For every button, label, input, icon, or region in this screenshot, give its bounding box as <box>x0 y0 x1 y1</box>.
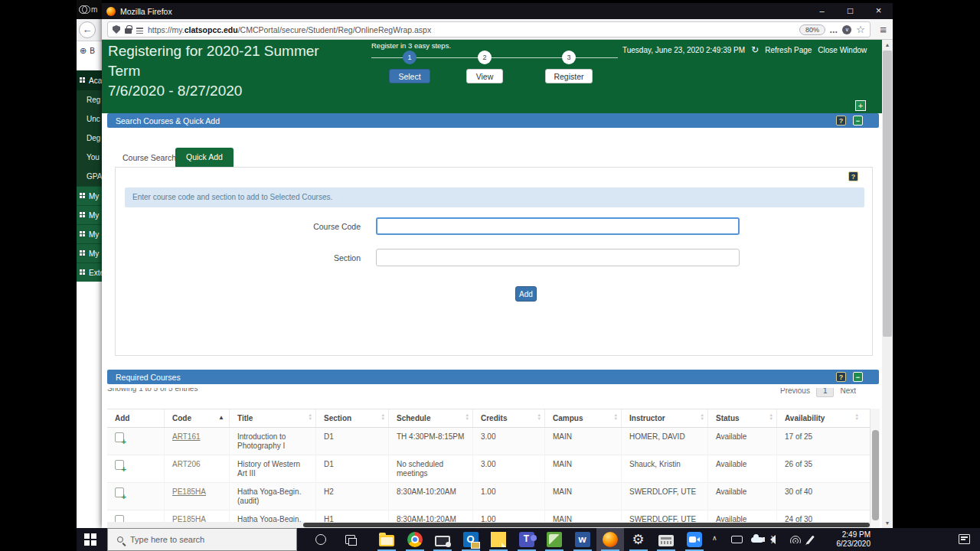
column-header-add[interactable]: Add <box>107 409 165 427</box>
course-code-input[interactable] <box>376 217 740 235</box>
step-button-select[interactable]: Select <box>389 69 430 83</box>
cell-credits: 3.00 <box>473 455 545 482</box>
taskbar-app-teams[interactable] <box>513 528 541 551</box>
start-button-icon[interactable] <box>84 533 96 546</box>
sidebar-item-my[interactable]: My <box>77 186 102 205</box>
column-header-schedule[interactable]: Schedule▲▼ <box>389 409 473 427</box>
close-window-link[interactable]: Close Window <box>818 46 867 54</box>
sort-down-icon: ▼ <box>769 417 773 421</box>
expand-panel-icon[interactable] <box>855 100 866 111</box>
sidebar-item-reg[interactable]: Reg <box>77 90 102 109</box>
search-panel-header[interactable]: Search Courses & Quick Add ? − <box>107 113 879 128</box>
permissions-icon[interactable] <box>136 28 143 34</box>
chrome-icon <box>407 532 423 547</box>
column-header-campus[interactable]: Campus▲▼ <box>545 409 622 427</box>
close-icon[interactable] <box>864 3 893 19</box>
minimize-icon[interactable] <box>808 3 836 19</box>
taskbar-app-quick-assist[interactable] <box>429 528 456 551</box>
page-actions-icon[interactable] <box>830 23 838 37</box>
taskbar-clock[interactable]: 2:49 PM 6/23/2020 <box>823 530 871 549</box>
column-header-credits[interactable]: Credits▲▼ <box>473 409 545 427</box>
sort-icons: ▲▼ <box>701 413 704 421</box>
background-browser-tab[interactable]: m <box>77 0 102 19</box>
cell-code: ART161 <box>165 428 230 455</box>
sidebar-item-my[interactable]: My <box>77 224 102 243</box>
collapse-icon[interactable]: − <box>853 116 863 126</box>
cell-availability: 30 of 40 <box>777 483 862 510</box>
add-course-icon[interactable] <box>115 432 124 442</box>
sidebar-item-unc[interactable]: Unc <box>77 109 102 129</box>
column-header-availability[interactable]: Availability▲▼ <box>777 409 862 427</box>
column-header-code[interactable]: Code▲ <box>165 409 230 427</box>
taskbar-app-chrome[interactable] <box>401 528 429 551</box>
column-header-instructor[interactable]: Instructor▲▼ <box>622 409 708 427</box>
page-scrollbar[interactable] <box>882 40 893 528</box>
maximize-icon[interactable] <box>836 3 864 19</box>
scroll-up-icon[interactable] <box>882 40 893 50</box>
step-button-view[interactable]: View <box>466 69 503 83</box>
sidebar-item-you[interactable]: You <box>77 148 102 167</box>
section-input[interactable] <box>376 249 740 266</box>
sidebar-item-aca[interactable]: Aca <box>77 70 102 90</box>
menu-icon[interactable] <box>880 21 887 37</box>
table-horizontal-scrollbar[interactable] <box>107 522 870 528</box>
sidebar-item-gpa[interactable]: GPA <box>77 167 102 186</box>
help-icon[interactable]: ? <box>848 171 858 181</box>
taskbar-app-word[interactable] <box>569 528 596 551</box>
back-button[interactable] <box>79 21 96 38</box>
step-button-register[interactable]: Register <box>545 69 593 83</box>
tab-quick-add[interactable]: Quick Add <box>175 148 234 167</box>
zoom-indicator[interactable]: 80% <box>799 24 825 35</box>
sidebar-item-deg[interactable]: Deg <box>77 129 102 148</box>
column-header-title[interactable]: Title▲▼ <box>230 409 316 427</box>
pagination-previous[interactable]: Previous <box>780 388 810 395</box>
onedrive-icon[interactable] <box>751 537 763 543</box>
pagination-next[interactable]: Next <box>840 388 856 395</box>
sidebar-item-my[interactable]: My <box>77 243 102 262</box>
refresh-page-link[interactable]: Refresh Page <box>765 46 812 54</box>
address-bar[interactable]: https://my.clatsopcc.edu/CMCPortal/secur… <box>107 21 871 37</box>
taskbar-app-settings[interactable] <box>625 528 652 551</box>
action-center-icon[interactable] <box>959 534 970 544</box>
taskbar-app-green-app[interactable] <box>541 528 568 551</box>
tray-chevron-icon[interactable] <box>712 534 717 542</box>
help-icon[interactable]: ? <box>836 372 846 382</box>
sidebar-item-b[interactable]: ⊕B <box>77 41 102 60</box>
taskbar-app-zoom[interactable] <box>681 528 708 551</box>
window-titlebar[interactable]: Mozilla Firefox <box>102 3 893 19</box>
taskbar-search[interactable]: Type here to search <box>107 528 297 551</box>
taskbar-app-fax[interactable] <box>652 528 680 551</box>
column-header-section[interactable]: Section▲▼ <box>316 409 389 427</box>
sidebar-item-my[interactable]: My <box>77 205 102 224</box>
add-course-icon[interactable] <box>115 487 124 497</box>
sidebar-item-exte[interactable]: Exte <box>77 262 102 282</box>
course-code-link[interactable]: ART161 <box>172 432 201 441</box>
taskbar-app-sticky-notes[interactable] <box>485 528 512 551</box>
tracking-shield-icon[interactable] <box>113 25 120 34</box>
course-code-link[interactable]: PE185HA <box>172 487 206 496</box>
lock-icon[interactable] <box>125 28 132 34</box>
pen-icon[interactable] <box>806 536 815 545</box>
cortana-icon[interactable] <box>315 534 326 545</box>
add-button[interactable]: Add <box>515 286 537 302</box>
required-courses-header[interactable]: Required Courses ? − <box>107 370 879 384</box>
wifi-icon[interactable] <box>790 536 801 543</box>
help-icon[interactable]: ? <box>836 116 846 126</box>
scroll-down-icon[interactable] <box>882 518 893 528</box>
add-course-icon[interactable] <box>115 460 124 470</box>
scrollbar-thumb[interactable] <box>883 51 892 337</box>
collapse-icon[interactable]: − <box>853 372 863 382</box>
taskbar-app-firefox[interactable] <box>596 528 624 551</box>
taskbar-app-file-explorer[interactable] <box>373 528 400 551</box>
task-view-icon[interactable] <box>345 535 355 544</box>
speaker-icon[interactable] <box>770 535 776 544</box>
column-header-status[interactable]: Status▲▼ <box>708 409 777 427</box>
table-vertical-scrollbar[interactable] <box>870 409 880 527</box>
pocket-icon[interactable] <box>842 25 851 34</box>
touch-keyboard-icon[interactable] <box>731 536 743 543</box>
tab-course-search[interactable]: Course Search <box>122 153 176 162</box>
refresh-icon[interactable] <box>751 44 759 55</box>
pagination-page-1[interactable]: 1 <box>816 388 835 397</box>
bookmark-star-icon[interactable] <box>856 24 865 34</box>
taskbar-app-outlook[interactable] <box>457 528 485 551</box>
